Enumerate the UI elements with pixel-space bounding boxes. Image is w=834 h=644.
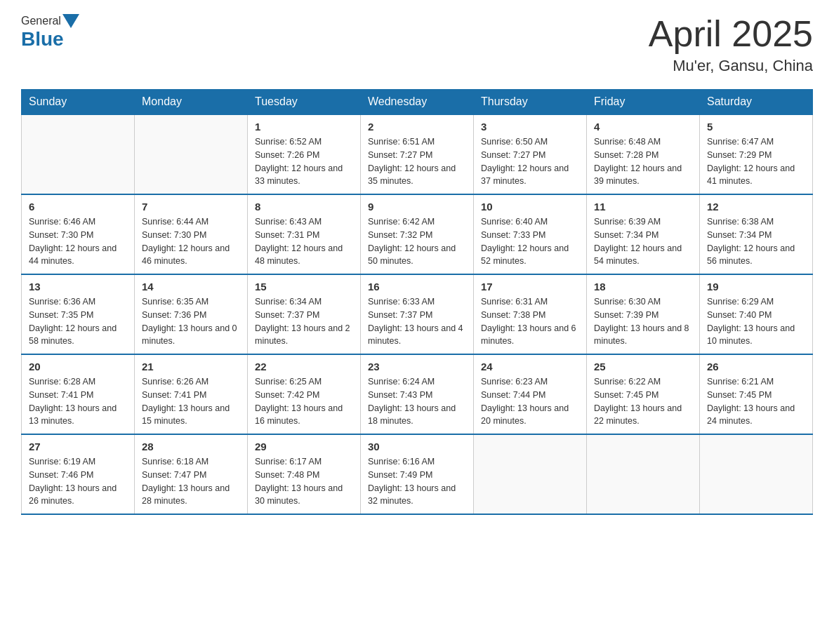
calendar-cell: 23Sunrise: 6:24 AMSunset: 7:43 PMDayligh… [361,354,474,434]
logo-blue-text: Blue [21,28,64,51]
day-number: 30 [368,441,466,452]
day-number: 26 [707,361,805,373]
calendar-cell: 9Sunrise: 6:42 AMSunset: 7:32 PMDaylight… [361,194,474,274]
day-number: 16 [368,281,466,293]
day-info: Sunrise: 6:36 AMSunset: 7:35 PMDaylight:… [29,295,127,348]
calendar-cell: 21Sunrise: 6:26 AMSunset: 7:41 PMDayligh… [135,354,248,434]
calendar-week-row: 20Sunrise: 6:28 AMSunset: 7:41 PMDayligh… [22,354,813,434]
day-info: Sunrise: 6:40 AMSunset: 7:33 PMDaylight:… [481,215,579,268]
calendar-header-cell-wednesday: Wednesday [361,90,474,115]
calendar-cell: 26Sunrise: 6:21 AMSunset: 7:45 PMDayligh… [700,354,813,434]
header: General Blue April 2025 Mu'er, Gansu, Ch… [21,14,813,75]
calendar-cell: 6Sunrise: 6:46 AMSunset: 7:30 PMDaylight… [22,194,135,274]
day-number: 2 [368,121,466,133]
day-info: Sunrise: 6:16 AMSunset: 7:49 PMDaylight:… [368,455,466,508]
day-number: 7 [142,201,240,213]
calendar-cell: 16Sunrise: 6:33 AMSunset: 7:37 PMDayligh… [361,274,474,354]
logo-general-text: General [21,15,61,27]
calendar-table: SundayMondayTuesdayWednesdayThursdayFrid… [21,89,813,515]
calendar-cell: 19Sunrise: 6:29 AMSunset: 7:40 PMDayligh… [700,274,813,354]
calendar-cell: 17Sunrise: 6:31 AMSunset: 7:38 PMDayligh… [474,274,587,354]
calendar-cell: 7Sunrise: 6:44 AMSunset: 7:30 PMDaylight… [135,194,248,274]
calendar-cell: 24Sunrise: 6:23 AMSunset: 7:44 PMDayligh… [474,354,587,434]
day-info: Sunrise: 6:39 AMSunset: 7:34 PMDaylight:… [594,215,692,268]
calendar-cell [22,114,135,194]
calendar-header-cell-monday: Monday [135,90,248,115]
day-number: 23 [368,361,466,373]
day-number: 11 [594,201,692,213]
calendar-week-row: 13Sunrise: 6:36 AMSunset: 7:35 PMDayligh… [22,274,813,354]
calendar-cell [700,434,813,514]
day-number: 12 [707,201,805,213]
day-number: 5 [707,121,805,133]
day-number: 20 [29,361,127,373]
day-info: Sunrise: 6:34 AMSunset: 7:37 PMDaylight:… [255,295,353,348]
day-number: 18 [594,281,692,293]
day-info: Sunrise: 6:52 AMSunset: 7:26 PMDaylight:… [255,135,353,188]
day-info: Sunrise: 6:23 AMSunset: 7:44 PMDaylight:… [481,375,579,428]
day-info: Sunrise: 6:29 AMSunset: 7:40 PMDaylight:… [707,295,805,348]
calendar-cell: 1Sunrise: 6:52 AMSunset: 7:26 PMDaylight… [248,114,361,194]
day-number: 19 [707,281,805,293]
day-number: 3 [481,121,579,133]
day-info: Sunrise: 6:28 AMSunset: 7:41 PMDaylight:… [29,375,127,428]
day-number: 25 [594,361,692,373]
calendar-header-cell-thursday: Thursday [474,90,587,115]
day-info: Sunrise: 6:31 AMSunset: 7:38 PMDaylight:… [481,295,579,348]
calendar-cell: 18Sunrise: 6:30 AMSunset: 7:39 PMDayligh… [587,274,700,354]
title-area: April 2025 Mu'er, Gansu, China [649,14,813,75]
calendar-week-row: 27Sunrise: 6:19 AMSunset: 7:46 PMDayligh… [22,434,813,514]
day-info: Sunrise: 6:42 AMSunset: 7:32 PMDaylight:… [368,215,466,268]
day-info: Sunrise: 6:17 AMSunset: 7:48 PMDaylight:… [255,455,353,508]
logo: General Blue [21,14,81,51]
calendar-header-cell-friday: Friday [587,90,700,115]
day-info: Sunrise: 6:19 AMSunset: 7:46 PMDaylight:… [29,455,127,508]
calendar-cell: 22Sunrise: 6:25 AMSunset: 7:42 PMDayligh… [248,354,361,434]
day-info: Sunrise: 6:33 AMSunset: 7:37 PMDaylight:… [368,295,466,348]
calendar-cell: 10Sunrise: 6:40 AMSunset: 7:33 PMDayligh… [474,194,587,274]
day-number: 27 [29,441,127,452]
day-info: Sunrise: 6:35 AMSunset: 7:36 PMDaylight:… [142,295,240,348]
day-number: 24 [481,361,579,373]
day-info: Sunrise: 6:44 AMSunset: 7:30 PMDaylight:… [142,215,240,268]
day-info: Sunrise: 6:25 AMSunset: 7:42 PMDaylight:… [255,375,353,428]
day-info: Sunrise: 6:26 AMSunset: 7:41 PMDaylight:… [142,375,240,428]
calendar-cell: 5Sunrise: 6:47 AMSunset: 7:29 PMDaylight… [700,114,813,194]
calendar-cell: 13Sunrise: 6:36 AMSunset: 7:35 PMDayligh… [22,274,135,354]
calendar-cell: 4Sunrise: 6:48 AMSunset: 7:28 PMDaylight… [587,114,700,194]
day-number: 1 [255,121,353,133]
day-number: 8 [255,201,353,213]
calendar-cell: 20Sunrise: 6:28 AMSunset: 7:41 PMDayligh… [22,354,135,434]
day-info: Sunrise: 6:51 AMSunset: 7:27 PMDaylight:… [368,135,466,188]
calendar-cell: 25Sunrise: 6:22 AMSunset: 7:45 PMDayligh… [587,354,700,434]
calendar-cell [587,434,700,514]
day-info: Sunrise: 6:38 AMSunset: 7:34 PMDaylight:… [707,215,805,268]
calendar-cell: 12Sunrise: 6:38 AMSunset: 7:34 PMDayligh… [700,194,813,274]
day-number: 9 [368,201,466,213]
calendar-header-cell-sunday: Sunday [22,90,135,115]
day-info: Sunrise: 6:24 AMSunset: 7:43 PMDaylight:… [368,375,466,428]
day-info: Sunrise: 6:18 AMSunset: 7:47 PMDaylight:… [142,455,240,508]
day-info: Sunrise: 6:30 AMSunset: 7:39 PMDaylight:… [594,295,692,348]
day-info: Sunrise: 6:48 AMSunset: 7:28 PMDaylight:… [594,135,692,188]
day-number: 28 [142,441,240,452]
calendar-header-cell-saturday: Saturday [700,90,813,115]
calendar-cell: 3Sunrise: 6:50 AMSunset: 7:27 PMDaylight… [474,114,587,194]
day-info: Sunrise: 6:47 AMSunset: 7:29 PMDaylight:… [707,135,805,188]
day-number: 13 [29,281,127,293]
calendar-cell: 8Sunrise: 6:43 AMSunset: 7:31 PMDaylight… [248,194,361,274]
day-number: 21 [142,361,240,373]
day-info: Sunrise: 6:21 AMSunset: 7:45 PMDaylight:… [707,375,805,428]
calendar-cell: 2Sunrise: 6:51 AMSunset: 7:27 PMDaylight… [361,114,474,194]
day-number: 10 [481,201,579,213]
day-number: 14 [142,281,240,293]
calendar-cell: 27Sunrise: 6:19 AMSunset: 7:46 PMDayligh… [22,434,135,514]
day-info: Sunrise: 6:22 AMSunset: 7:45 PMDaylight:… [594,375,692,428]
logo-triangle-icon [62,14,79,28]
calendar-cell: 28Sunrise: 6:18 AMSunset: 7:47 PMDayligh… [135,434,248,514]
day-number: 15 [255,281,353,293]
calendar-cell [135,114,248,194]
calendar-week-row: 1Sunrise: 6:52 AMSunset: 7:26 PMDaylight… [22,114,813,194]
location-title: Mu'er, Gansu, China [649,57,813,75]
calendar-cell: 29Sunrise: 6:17 AMSunset: 7:48 PMDayligh… [248,434,361,514]
